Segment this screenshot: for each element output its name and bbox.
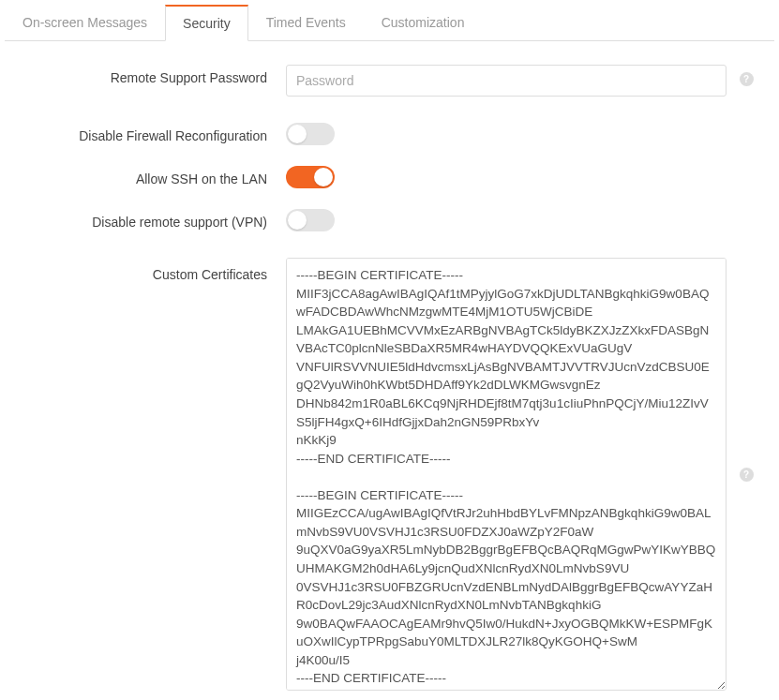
tab-timed-events[interactable]: Timed Events (248, 5, 364, 40)
security-form: Remote Support Password ? Disable Firewa… (0, 41, 779, 700)
help-icon[interactable]: ? (740, 72, 754, 86)
tab-security[interactable]: Security (165, 5, 248, 41)
tab-on-screen-messages[interactable]: On-screen Messages (5, 5, 165, 40)
allow-ssh-label: Allow SSH on the LAN (19, 166, 286, 186)
disable-vpn-toggle[interactable] (286, 209, 335, 231)
allow-ssh-toggle[interactable] (286, 166, 335, 188)
tab-bar: On-screen Messages Security Timed Events… (5, 5, 774, 41)
disable-firewall-toggle[interactable] (286, 123, 335, 145)
help-icon[interactable]: ? (740, 468, 754, 482)
custom-certs-textarea[interactable] (286, 258, 727, 691)
remote-password-input[interactable] (286, 65, 727, 97)
remote-password-label: Remote Support Password (19, 65, 286, 85)
custom-certs-label: Custom Certificates (19, 258, 286, 282)
disable-vpn-label: Disable remote support (VPN) (19, 209, 286, 230)
disable-firewall-label: Disable Firewall Reconfiguration (19, 123, 286, 143)
tab-customization[interactable]: Customization (364, 5, 483, 40)
